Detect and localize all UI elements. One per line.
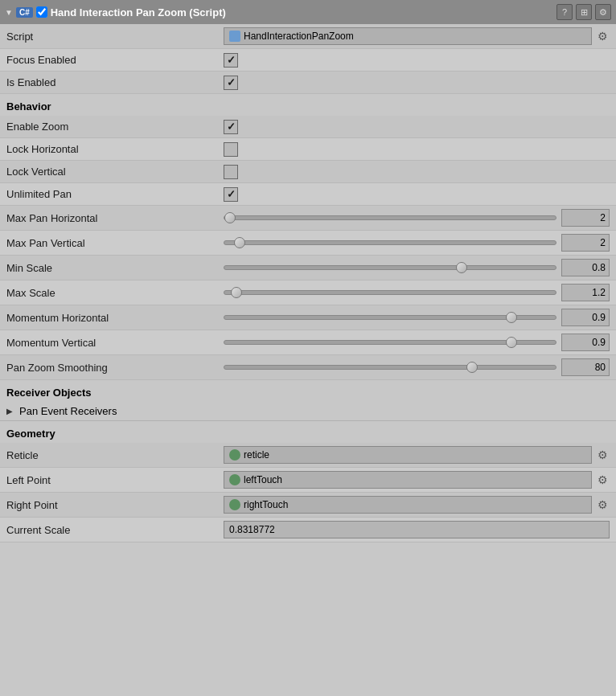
current-scale-row: Current Scale 0.8318772 xyxy=(0,518,616,542)
focus-enabled-checkbox[interactable]: ✓ xyxy=(224,53,238,68)
header-actions: ? ⊞ ⚙ xyxy=(556,4,611,20)
pan-zoom-smoothing-value[interactable] xyxy=(561,358,610,376)
script-row: Script HandInteractionPanZoom ⚙ xyxy=(0,24,616,49)
expand-arrow-icon[interactable]: ▶ xyxy=(6,407,16,416)
right-point-gear-icon[interactable]: ⚙ xyxy=(595,497,610,512)
min-scale-label: Min Scale xyxy=(6,262,224,274)
max-pan-horizontal-value[interactable] xyxy=(561,209,610,227)
component-title: Hand Interaction Pan Zoom (Script) xyxy=(51,6,553,18)
max-pan-vertical-label: Max Pan Vertical xyxy=(6,237,224,249)
min-scale-slider-thumb[interactable] xyxy=(456,262,467,273)
focus-enabled-checkmark: ✓ xyxy=(227,54,236,66)
lock-horizontal-label: Lock Horizontal xyxy=(6,143,224,155)
left-point-value: leftTouch xyxy=(244,474,282,485)
momentum-vertical-row: Momentum Vertical xyxy=(0,330,616,355)
behavior-section-header: Behavior xyxy=(0,94,616,116)
reticle-row: Reticle reticle ⚙ xyxy=(0,443,616,468)
receiver-objects-label: Receiver Objects xyxy=(6,387,92,399)
inspector-panel: ▼ C# Hand Interaction Pan Zoom (Script) … xyxy=(0,0,616,542)
enable-zoom-label: Enable Zoom xyxy=(6,121,224,133)
pan-event-receivers-label: Pan Event Receivers xyxy=(19,405,117,417)
max-pan-horizontal-slider-track[interactable] xyxy=(224,215,556,220)
unlimited-pan-row: Unlimited Pan ✓ xyxy=(0,183,616,206)
min-scale-slider-track[interactable] xyxy=(224,265,556,270)
min-scale-value[interactable] xyxy=(561,259,610,276)
lock-horizontal-checkbox[interactable] xyxy=(224,142,238,157)
left-point-obj-icon xyxy=(229,474,240,485)
right-point-input[interactable]: rightTouch xyxy=(224,496,592,514)
receiver-objects-section-header: Receiver Objects xyxy=(0,380,616,402)
pan-zoom-smoothing-label: Pan Zoom Smoothing xyxy=(6,362,224,374)
help-icon[interactable]: ? xyxy=(556,4,573,20)
script-value: HandInteractionPanZoom xyxy=(244,31,354,42)
pan-zoom-smoothing-slider-thumb[interactable] xyxy=(466,362,478,373)
current-scale-label: Current Scale xyxy=(6,524,224,536)
right-point-label: Right Point xyxy=(6,499,224,511)
reticle-label: Reticle xyxy=(6,449,224,461)
right-point-row: Right Point rightTouch ⚙ xyxy=(0,493,616,518)
behavior-label: Behavior xyxy=(6,100,51,113)
reticle-input[interactable]: reticle xyxy=(224,446,592,464)
unlimited-pan-label: Unlimited Pan xyxy=(6,188,224,200)
momentum-vertical-slider-track[interactable] xyxy=(224,340,556,345)
focus-enabled-row: Focus Enabled ✓ xyxy=(0,49,616,72)
right-point-obj-icon xyxy=(229,499,240,510)
pan-zoom-smoothing-slider-track[interactable] xyxy=(224,365,556,370)
lock-vertical-label: Lock Vertical xyxy=(6,166,224,178)
momentum-horizontal-slider-track[interactable] xyxy=(224,315,556,320)
pan-zoom-smoothing-row: Pan Zoom Smoothing xyxy=(0,355,616,380)
pan-event-receivers-row: ▶ Pan Event Receivers xyxy=(0,402,616,421)
reticle-gear-icon[interactable]: ⚙ xyxy=(595,448,610,462)
right-point-value: rightTouch xyxy=(244,499,288,510)
momentum-horizontal-value[interactable] xyxy=(561,309,610,326)
max-pan-horizontal-slider-thumb[interactable] xyxy=(224,212,236,223)
script-icon xyxy=(229,31,240,42)
max-pan-horizontal-slider-container xyxy=(224,209,610,227)
left-point-row: Left Point leftTouch ⚙ xyxy=(0,468,616,493)
momentum-horizontal-label: Momentum Horizontal xyxy=(6,312,224,324)
settings-icon[interactable]: ⚙ xyxy=(595,4,611,20)
unlimited-pan-checkbox[interactable]: ✓ xyxy=(224,187,238,202)
left-point-gear-icon[interactable]: ⚙ xyxy=(595,473,610,487)
min-scale-row: Min Scale xyxy=(0,256,616,280)
component-enabled-checkbox[interactable] xyxy=(36,6,47,18)
left-point-label: Left Point xyxy=(6,474,224,486)
language-badge: C# xyxy=(16,7,33,18)
reticle-value: reticle xyxy=(244,449,269,461)
script-input[interactable]: HandInteractionPanZoom xyxy=(224,27,592,45)
max-scale-slider-thumb[interactable] xyxy=(231,287,242,298)
script-gear-icon[interactable]: ⚙ xyxy=(595,29,610,43)
momentum-horizontal-slider-thumb[interactable] xyxy=(506,312,517,323)
max-pan-vertical-value[interactable] xyxy=(561,234,610,252)
max-pan-vertical-slider-thumb[interactable] xyxy=(234,237,245,248)
lock-vertical-checkbox[interactable] xyxy=(224,165,238,179)
max-pan-vertical-slider-track[interactable] xyxy=(224,240,556,245)
max-scale-value[interactable] xyxy=(561,284,610,301)
header-bar: ▼ C# Hand Interaction Pan Zoom (Script) … xyxy=(0,0,616,24)
max-scale-row: Max Scale xyxy=(0,280,616,305)
collapse-arrow-icon[interactable]: ▼ xyxy=(5,8,13,17)
geometry-label: Geometry xyxy=(6,428,55,440)
max-pan-horizontal-label: Max Pan Horizontal xyxy=(6,212,224,224)
max-pan-vertical-row: Max Pan Vertical xyxy=(0,231,616,256)
enable-zoom-row: Enable Zoom ✓ xyxy=(0,116,616,138)
is-enabled-label: Is Enabled xyxy=(6,76,224,88)
is-enabled-row: Is Enabled ✓ xyxy=(0,72,616,94)
enable-zoom-checkmark: ✓ xyxy=(227,121,236,133)
max-scale-slider-track[interactable] xyxy=(224,290,556,295)
momentum-vertical-value[interactable] xyxy=(561,334,610,351)
momentum-vertical-slider-thumb[interactable] xyxy=(506,337,517,348)
is-enabled-checkbox[interactable]: ✓ xyxy=(224,76,238,90)
max-pan-horizontal-row: Max Pan Horizontal xyxy=(0,206,616,231)
layout-icon[interactable]: ⊞ xyxy=(576,4,592,20)
left-point-input[interactable]: leftTouch xyxy=(224,471,592,489)
enable-zoom-checkbox[interactable]: ✓ xyxy=(224,120,238,134)
max-pan-vertical-slider-container xyxy=(224,234,610,252)
min-scale-slider-container xyxy=(224,259,610,276)
lock-vertical-row: Lock Vertical xyxy=(0,161,616,183)
geometry-section-header: Geometry xyxy=(0,421,616,443)
script-label: Script xyxy=(6,31,224,43)
current-scale-value: 0.8318772 xyxy=(224,521,610,538)
pan-zoom-smoothing-slider-container xyxy=(224,358,610,376)
lock-horizontal-row: Lock Horizontal xyxy=(0,138,616,161)
